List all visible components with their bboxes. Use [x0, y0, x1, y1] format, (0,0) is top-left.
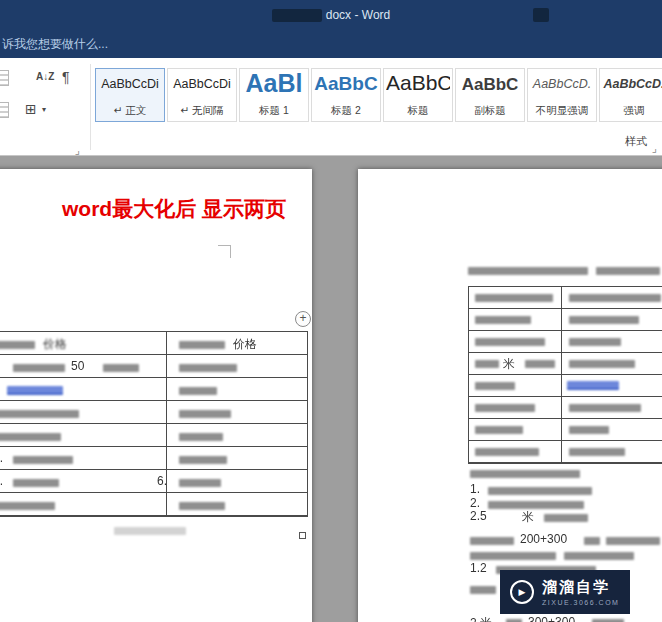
blurred-text-bar — [114, 527, 186, 535]
blurred-text-bar — [179, 456, 227, 464]
blurred-text-bar — [179, 410, 231, 418]
blurred-text-bar — [103, 364, 139, 372]
window-title: docx - Word — [326, 8, 390, 22]
borders-icon[interactable]: ⊞ — [25, 101, 37, 117]
blurred-text-bar — [596, 267, 660, 275]
blurred-text-bar — [475, 338, 545, 346]
style-heading2[interactable]: AaBbC 标题 2 — [311, 68, 381, 122]
table-column-divider — [166, 332, 167, 516]
tell-me-text[interactable]: 诉我您想要做什么... — [2, 37, 108, 51]
cell-text: 价格 — [43, 336, 67, 353]
document-area: word最大化后 显示两页 + 价格 价格 50 — [0, 156, 662, 622]
blurred-text-bar — [470, 552, 556, 560]
blurred-text-bar — [569, 448, 625, 456]
style-preview: AaBbCcD. — [602, 77, 662, 91]
style-label: ↵ 无间隔 — [168, 104, 236, 118]
watermark-site: zixue.3066.com — [542, 599, 619, 606]
styles-dialog-launcher-icon[interactable]: ⌟ — [652, 143, 657, 153]
blurred-text-bar — [544, 514, 588, 522]
style-preview: AaBbC — [314, 73, 378, 95]
style-preview: AaBl — [242, 69, 306, 98]
cell-text: 米 — [503, 356, 515, 373]
cell-text: 6. — [157, 474, 167, 488]
blurred-text-bar — [488, 487, 592, 495]
blurred-text-bar — [0, 410, 79, 418]
blurred-text-bar — [569, 316, 639, 324]
partial-shading-icon[interactable] — [0, 102, 9, 118]
word-window: docx - Word 诉我您想要做什么... A↓Z ¶ ⊞ ▾ ⌟ AaBb… — [0, 0, 662, 622]
annotation-text: word最大化后 显示两页 — [62, 195, 286, 223]
style-preview: AaBbC — [386, 71, 450, 95]
body-text: 米 — [522, 509, 534, 526]
table-column-divider — [561, 287, 562, 463]
style-preview: AaBbCcD. — [530, 77, 594, 91]
style-subtle-emphasis[interactable]: AaBbCcD. 不明显强调 — [527, 68, 597, 122]
blurred-text-bar — [179, 364, 237, 372]
blurred-text-bar — [470, 470, 580, 478]
blurred-text-bar — [470, 537, 514, 545]
blurred-text-bar — [475, 404, 535, 412]
sort-icon[interactable]: A↓Z — [36, 71, 54, 82]
style-preview: AaBbC — [458, 75, 522, 95]
blurred-text-bar — [584, 537, 600, 545]
blurred-text-bar — [475, 316, 531, 324]
blurred-text-bar — [179, 479, 221, 487]
style-emphasis[interactable]: AaBbCcD. 强调 — [599, 68, 662, 122]
blurred-text-bar — [13, 479, 59, 487]
page1-table[interactable]: 价格 价格 50 1. 2. 6. — [0, 331, 308, 517]
cell-text: 价格 — [233, 336, 257, 353]
page-2[interactable]: 米 1. 2. 2.5 米 200+300 — [358, 169, 662, 622]
style-label: 强调 — [600, 104, 662, 118]
style-title[interactable]: AaBbC 标题 — [383, 68, 453, 122]
blurred-text-bar — [564, 552, 634, 560]
table-resize-handle[interactable] — [299, 532, 306, 539]
redaction-mark — [533, 8, 549, 22]
blurred-text-bar — [179, 502, 225, 510]
blurred-text-bar — [475, 294, 553, 302]
watermark-text: 溜溜自学 zixue.3066.com — [542, 578, 619, 606]
body-text: 1.2 — [470, 561, 487, 575]
group-separator — [90, 64, 91, 150]
blurred-text-bar — [468, 267, 588, 275]
style-subtitle[interactable]: AaBbC 副标题 — [455, 68, 525, 122]
page2-table[interactable]: 米 — [468, 286, 662, 464]
table-move-handle[interactable]: + — [295, 311, 311, 327]
blurred-text-bar — [470, 586, 496, 594]
tell-me-bar[interactable]: 诉我您想要做什么... — [0, 30, 662, 58]
body-text: 200+300 — [520, 532, 567, 546]
pilcrow-icon[interactable]: ¶ — [62, 69, 70, 85]
ribbon: A↓Z ¶ ⊞ ▾ ⌟ AaBbCcDi ↵ 正文 AaBbCcDi ↵ 无间隔… — [0, 58, 662, 156]
blurred-text-bar — [569, 360, 635, 368]
blurred-text-bar — [179, 433, 223, 441]
play-glyph: ▶ — [519, 587, 526, 597]
watermark: ▶ 溜溜自学 zixue.3066.com — [500, 570, 630, 614]
style-heading1[interactable]: AaBl 标题 1 — [239, 68, 309, 122]
blurred-text-bar — [569, 404, 641, 412]
style-preview: AaBbCcDi — [170, 77, 234, 91]
style-label: 标题 — [384, 104, 452, 118]
paragraph-dialog-launcher-icon[interactable]: ⌟ — [75, 145, 80, 155]
list-number: 2. — [470, 496, 480, 510]
list-number: 2.5 — [470, 509, 487, 523]
title-bar: docx - Word — [0, 0, 662, 30]
blurred-text-bar — [569, 426, 609, 434]
blurred-text-bar — [13, 364, 65, 372]
style-preview: AaBbCcDi — [98, 77, 162, 91]
blurred-text-bar — [606, 537, 660, 545]
style-normal[interactable]: AaBbCcDi ↵ 正文 — [95, 68, 165, 122]
styles-group-label: 样式 — [625, 134, 647, 149]
list-number: 1. — [470, 482, 480, 496]
style-no-spacing[interactable]: AaBbCcDi ↵ 无间隔 — [167, 68, 237, 122]
chevron-down-icon[interactable]: ▾ — [42, 105, 46, 114]
blurred-text-bar — [0, 433, 61, 441]
page-1[interactable]: word最大化后 显示两页 + 价格 价格 50 — [0, 169, 312, 622]
blurred-text-bar — [179, 387, 217, 395]
blurred-text-bar — [179, 341, 225, 349]
style-label: 标题 1 — [240, 104, 308, 118]
style-label: 不明显强调 — [528, 104, 596, 118]
cell-text: 1. — [0, 451, 3, 465]
blurred-text-bar — [475, 382, 515, 390]
hyperlink-blur — [7, 386, 63, 395]
partial-icon[interactable] — [0, 70, 9, 86]
blurred-text-bar — [569, 338, 621, 346]
